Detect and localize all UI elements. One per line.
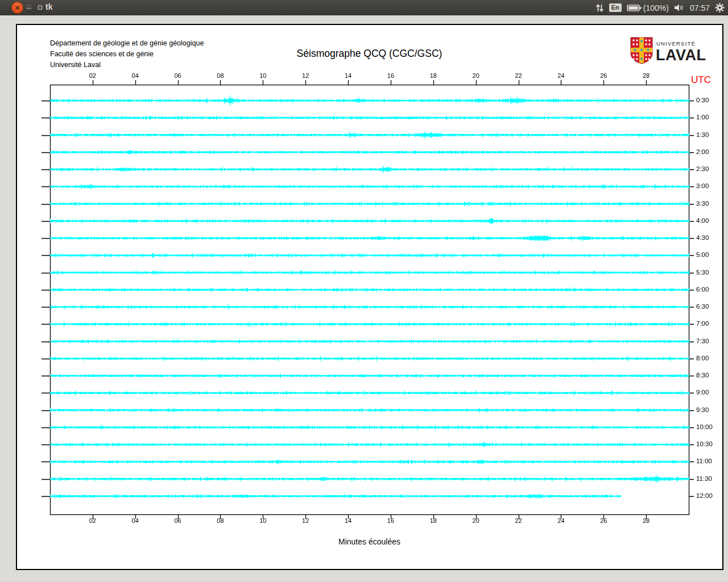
bottom-axis-tick-label: 04 [132,517,139,524]
utc-time-label: 5:00 [696,251,709,258]
utc-time-label: 0:30 [696,97,709,103]
utc-time-label: 7:30 [696,338,709,344]
seismograph-panel: Département de géologie et de génie géol… [16,24,723,570]
settings-gear-icon[interactable] [715,3,725,13]
utc-time-label: 4:00 [696,217,709,224]
utc-time-label: 11:30 [696,475,712,482]
utc-time-label: 2:00 [696,148,709,155]
seismogram-canvas [17,25,725,571]
window-body: Département de géologie et de génie géol… [0,15,728,582]
top-axis-tick-label: 16 [387,72,394,79]
bottom-axis-tick-label: 22 [515,517,522,524]
top-axis-tick-label: 24 [557,72,564,79]
utc-time-label: 9:00 [696,389,709,396]
top-axis-tick-label: 12 [302,72,309,79]
bottom-axis-tick-label: 14 [345,517,351,524]
bottom-axis-tick-label: 24 [557,517,564,524]
bottom-axis-tick-label: 26 [600,517,607,524]
utc-time-label: 1:00 [696,114,709,120]
close-icon: ✕ [14,4,20,12]
bottom-axis-tick-label: 20 [473,517,479,524]
titlebar: ✕ – tk En (100%) [0,0,728,15]
clock[interactable]: 07:57 [690,3,710,13]
battery-percent: (100%) [643,3,669,13]
top-axis-tick-label: 06 [174,72,181,79]
utc-time-label: 8:00 [696,355,709,361]
bottom-axis-tick-label: 12 [302,517,309,524]
volume-icon[interactable] [674,3,685,12]
bottom-axis-tick-label: 02 [89,517,96,524]
top-axis-tick-label: 18 [430,72,437,79]
utc-time-label: 2:30 [696,165,709,172]
bottom-axis-tick-label: 10 [259,517,266,524]
utc-time-label: 10:00 [696,423,713,430]
top-axis-tick-label: 14 [345,72,351,79]
utc-time-label: 7:00 [696,320,709,327]
utc-time-label: 9:30 [696,406,709,413]
minimize-button[interactable]: – [24,3,34,13]
top-axis-tick-label: 02 [89,72,96,79]
top-axis-tick-label: 20 [473,72,479,79]
top-axis-tick-label: 04 [132,72,139,79]
bottom-axis-tick-label: 28 [643,517,650,524]
maximize-button[interactable] [35,3,45,13]
system-tray: En (100%) 07:57 [595,0,725,15]
top-axis-tick-label: 10 [259,72,266,79]
close-button[interactable]: ✕ [11,2,23,14]
top-axis-tick-label: 22 [515,72,522,79]
minimize-icon: – [27,4,31,12]
bottom-axis-tick-label: 18 [430,517,437,524]
utc-time-label: 6:00 [696,286,709,293]
keyboard-layout-indicator[interactable]: En [609,3,622,12]
window-title: tk [46,2,52,11]
utc-time-label: 1:30 [696,131,709,138]
top-axis-tick-label: 08 [217,72,224,79]
battery-icon[interactable] [627,4,642,12]
utc-time-label: 3:30 [696,200,709,207]
top-axis-tick-label: 26 [600,72,607,79]
utc-time-label: 12:00 [696,492,713,499]
network-arrows-icon[interactable] [595,3,604,13]
utc-time-label: 8:30 [696,372,709,379]
x-axis-label: Minutes écoulées [50,537,689,546]
utc-time-label: 4:30 [696,234,709,241]
utc-time-label: 6:30 [696,303,709,310]
utc-time-label: 3:00 [696,182,709,189]
top-axis-tick-label: 28 [643,72,650,79]
utc-time-label: 5:30 [696,269,709,276]
bottom-axis-tick-label: 16 [387,517,394,524]
maximize-icon [38,6,42,10]
bottom-axis-tick-label: 08 [217,517,224,524]
utc-time-label: 10:30 [696,440,713,447]
bottom-axis-tick-label: 06 [174,517,181,524]
utc-time-label: 11:00 [696,458,712,464]
